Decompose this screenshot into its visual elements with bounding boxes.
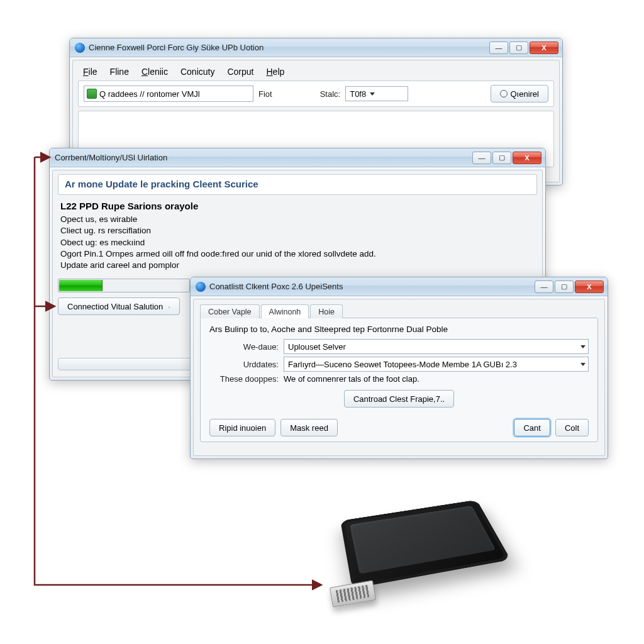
window1-titlebar[interactable]: Cienne Foxwell Porcl Forc Giy Süke UPb U… <box>70 38 562 57</box>
app-icon <box>75 43 85 53</box>
urddates-select[interactable]: Farlıyrd—Suceno Seowet Totopees-Mode Mem… <box>284 357 589 372</box>
status-line: Opect us, es wirable <box>60 214 535 225</box>
stalc-select[interactable]: T0f8 <box>345 86 408 101</box>
stalc-label: Stalc: <box>320 89 341 99</box>
wedaue-select[interactable]: Uplouset Selver <box>284 339 589 354</box>
window1-title: Cienne Foxwell Porcl Forc Giy Süke UPb U… <box>89 43 489 52</box>
fiot-label: Fiot <box>258 89 272 99</box>
menu-file[interactable]: FFileile <box>78 65 103 78</box>
cantroad-button[interactable]: Cantroad Clest Frapie,7.. <box>344 390 454 408</box>
dialog-heading: Ars Bulinp to to, Aoche and Slteepred te… <box>209 325 589 334</box>
stalc-value: T0f8 <box>350 89 366 99</box>
close-button[interactable]: X <box>575 280 604 293</box>
close-button[interactable]: X <box>530 42 558 54</box>
chevron-down-icon <box>580 363 586 366</box>
note-label: These dooppes: <box>209 374 279 384</box>
menu-fline[interactable]: Fline <box>105 65 134 78</box>
maximize-button[interactable]: ▢ <box>509 42 528 54</box>
status-line: Ogort Pin.1 Ornpes armed oill off fnd oo… <box>60 248 535 260</box>
tab-hoie[interactable]: Hoie <box>310 304 343 318</box>
urddates-label: Urddates: <box>209 360 279 369</box>
tab-body: Ars Bulinp to to, Aoche and Slteepred te… <box>200 318 598 442</box>
menu-clenic[interactable]: CCleniicleniic <box>136 65 173 78</box>
drive-icon <box>87 89 97 99</box>
wedaue-label: We-daue: <box>209 342 279 352</box>
minimize-button[interactable]: — <box>535 280 553 293</box>
window2-title: Corrbent/Moltíony/USl Uirlation <box>55 153 472 162</box>
submit-button[interactable]: Qıenirel <box>491 85 548 103</box>
menubar: FFileile Fline CCleniicleniic Conicuty C… <box>78 64 554 80</box>
toolbar: Q raddees // rontomer VMJl Fiot Stalc: T… <box>78 80 554 107</box>
tabstrip: Cober Vaple Alwinonh Hoie <box>200 304 598 318</box>
status-line: Obect ug: es meckıind <box>60 237 535 248</box>
menu-help[interactable]: HHelpelp <box>261 65 289 78</box>
note-text: We of comnenrer tals of the foot clap. <box>284 374 419 384</box>
ripid-button[interactable]: Ripid inuoien <box>209 419 275 436</box>
status-line: Cliect ug. rs rersciflation <box>60 225 535 236</box>
maximize-button[interactable]: ▢ <box>492 152 511 164</box>
mask-reed-button[interactable]: Mask reed <box>280 419 338 436</box>
maximize-button[interactable]: ▢ <box>555 280 574 293</box>
address-input[interactable]: Q raddees // rontomer VMJl <box>84 86 253 102</box>
menu-conicuty[interactable]: Conicuty <box>175 65 219 78</box>
menu-corput[interactable]: Corput <box>222 65 258 78</box>
status-messages: L22 PPD Rupe Sarions orayole Opect us, e… <box>58 195 537 275</box>
address-value: Q raddees // rontomer VMJl <box>99 89 200 99</box>
chevron-down-icon <box>370 92 375 96</box>
window2-titlebar[interactable]: Corrbent/Moltíony/USl Uirlation — ▢ X <box>50 148 545 167</box>
progress-bar <box>58 279 190 292</box>
connect-virtual-button[interactable]: Connectiod Vitual Salution · <box>58 297 180 315</box>
close-button[interactable]: X <box>513 152 541 164</box>
cant-button[interactable]: Cant <box>514 419 550 436</box>
app-icon <box>196 282 206 292</box>
tab-update-tracking[interactable]: Ar mone Update le pracking Cleent Scuric… <box>58 174 537 195</box>
minimize-button[interactable]: — <box>472 152 491 164</box>
hardware-device-image <box>302 484 516 616</box>
status-heading: L22 PPD Rupe Sarions orayole <box>60 200 535 213</box>
chevron-down-icon <box>580 345 586 348</box>
status-line: Update arid careel and pomplor <box>60 260 535 271</box>
search-icon <box>500 90 508 97</box>
colt-button[interactable]: Colt <box>555 419 589 436</box>
window3-title: Conatlistt Clkent Poxc 2.6 UpeiSents <box>209 282 535 291</box>
window3-titlebar[interactable]: Conatlistt Clkent Poxc 2.6 UpeiSents — ▢… <box>191 277 608 296</box>
minimize-button[interactable]: — <box>489 42 508 54</box>
tab-alwinonh[interactable]: Alwinonh <box>261 304 309 318</box>
tab-cober-vaple[interactable]: Cober Vaple <box>200 304 260 318</box>
